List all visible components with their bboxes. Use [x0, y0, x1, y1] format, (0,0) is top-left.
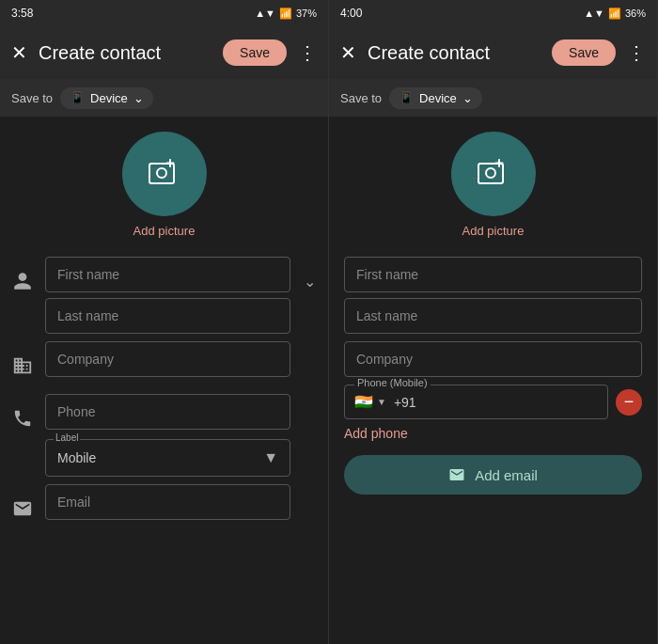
left-add-picture-text[interactable]: Add picture	[133, 224, 196, 238]
right-save-to-bar: Save to 📱 Device ⌄	[329, 79, 657, 117]
left-phone-row: Label Mobile ▼ ⌄	[8, 394, 321, 477]
left-device-chevron: ⌄	[133, 91, 144, 105]
right-form-section: Phone (Mobile) 🇮🇳 ▼ −	[329, 257, 657, 495]
left-time: 3:58	[11, 7, 33, 20]
right-phone-row: Phone (Mobile) 🇮🇳 ▼ −	[344, 385, 642, 419]
left-device-label: Device	[90, 91, 128, 105]
right-signal-icon: ▲▼	[584, 8, 604, 19]
left-last-name-input[interactable]	[45, 298, 290, 334]
left-phone-input[interactable]	[45, 394, 290, 430]
right-save-button[interactable]: Save	[552, 39, 616, 66]
left-app-header: ✕ Create contact Save ⋮	[0, 26, 328, 79]
left-company-fields	[45, 341, 290, 377]
right-last-name-input[interactable]	[344, 298, 642, 334]
right-add-email-label: Add email	[475, 467, 538, 483]
left-signal-icon: ▲▼	[255, 8, 275, 19]
left-label-value: Mobile	[57, 450, 96, 465]
right-dropdown-arrow: ▼	[377, 397, 386, 407]
right-content-area: Add picture Phone (Mobile) 🇮🇳 ▼	[329, 117, 657, 644]
left-name-fields	[45, 257, 290, 334]
right-add-phone-section: Add phone	[344, 419, 642, 448]
left-label-dropdown[interactable]: Label Mobile ▼	[45, 439, 290, 477]
right-avatar-circle[interactable]	[451, 132, 536, 216]
right-add-email-button[interactable]: Add email	[344, 455, 642, 495]
left-device-icon: 📱	[70, 91, 85, 105]
right-company-input[interactable]	[344, 341, 642, 377]
left-save-button[interactable]: Save	[223, 39, 287, 66]
right-device-chip[interactable]: 📱 Device ⌄	[389, 87, 482, 109]
left-avatar-circle[interactable]	[122, 132, 207, 216]
svg-point-5	[486, 168, 495, 178]
left-label-text: Label	[54, 432, 80, 443]
right-add-photo-icon	[473, 153, 514, 195]
left-phone-icon	[8, 398, 38, 439]
right-app-header: ✕ Create contact Save ⋮	[329, 26, 657, 79]
right-avatar-section: Add picture	[329, 132, 657, 238]
right-phone-field-box: Phone (Mobile) 🇮🇳 ▼	[344, 385, 608, 419]
left-more-button[interactable]: ⋮	[294, 38, 321, 68]
right-phone-input-row: 🇮🇳 ▼	[345, 385, 607, 418]
right-battery: 36%	[625, 8, 646, 19]
right-device-chevron: ⌄	[462, 91, 473, 105]
left-dropdown-row: Mobile ▼	[57, 444, 278, 472]
svg-point-1	[157, 168, 166, 178]
left-close-button[interactable]: ✕	[8, 38, 31, 68]
left-wifi-icon: 📶	[279, 8, 292, 20]
left-status-right: ▲▼ 📶 37%	[255, 8, 317, 20]
left-device-chip[interactable]: 📱 Device ⌄	[60, 87, 153, 109]
left-company-input[interactable]	[45, 341, 290, 377]
right-add-phone-link[interactable]: Add phone	[344, 418, 408, 445]
left-label-dropdown-container: Label Mobile ▼	[45, 439, 290, 477]
right-more-button[interactable]: ⋮	[623, 38, 650, 68]
right-add-picture-text[interactable]: Add picture	[462, 224, 525, 238]
right-first-name-input[interactable]	[344, 257, 642, 292]
left-name-row: ⌄	[8, 257, 321, 334]
right-status-right: ▲▼ 📶 36%	[584, 8, 646, 20]
left-company-icon	[8, 345, 38, 386]
left-header-title: Create contact	[39, 42, 215, 64]
right-device-label: Device	[419, 91, 457, 105]
right-save-to-label: Save to	[340, 91, 382, 105]
right-header-title: Create contact	[368, 42, 544, 64]
right-wifi-icon: 📶	[608, 8, 621, 20]
right-remove-icon: −	[624, 392, 634, 412]
left-add-photo-icon	[144, 153, 185, 195]
left-save-to-bar: Save to 📱 Device ⌄	[0, 79, 328, 117]
left-avatar-section: Add picture	[0, 132, 328, 238]
left-phone-screen: 3:58 ▲▼ 📶 37% ✕ Create contact Save ⋮ Sa…	[0, 0, 329, 644]
left-first-name-input[interactable]	[45, 257, 290, 292]
left-dropdown-chevron: ▼	[263, 449, 278, 466]
left-email-input[interactable]	[45, 484, 290, 520]
right-close-button[interactable]: ✕	[337, 38, 360, 68]
right-country-flag-chip[interactable]: 🇮🇳 ▼	[354, 393, 386, 411]
left-form-section: ⌄ ⌄	[0, 257, 328, 529]
left-person-icon	[8, 260, 38, 302]
right-device-icon: 📱	[399, 91, 414, 105]
right-remove-phone-button[interactable]: −	[616, 389, 642, 416]
right-phone-number-input[interactable]	[394, 395, 598, 410]
right-time: 4:00	[340, 7, 362, 20]
left-phone-fields: Label Mobile ▼	[45, 394, 290, 477]
right-country-flag: 🇮🇳	[354, 393, 373, 411]
left-save-to-label: Save to	[11, 91, 53, 105]
right-phone-field-label: Phone (Mobile)	[354, 377, 431, 388]
left-email-row: ⌄	[8, 484, 321, 529]
left-status-bar: 3:58 ▲▼ 📶 37%	[0, 0, 328, 26]
left-battery: 37%	[296, 8, 317, 19]
left-content-area: Add picture ⌄	[0, 117, 328, 644]
right-name-section: Phone (Mobile) 🇮🇳 ▼ −	[337, 257, 650, 495]
right-phone-screen: 4:00 ▲▼ 📶 36% ✕ Create contact Save ⋮ Sa…	[329, 0, 658, 644]
left-email-fields	[45, 484, 290, 520]
left-company-row: ⌄	[8, 341, 321, 386]
left-expand-icon[interactable]: ⌄	[298, 260, 321, 302]
left-email-icon	[8, 488, 38, 529]
right-email-icon	[448, 466, 465, 483]
right-status-bar: 4:00 ▲▼ 📶 36%	[329, 0, 657, 26]
